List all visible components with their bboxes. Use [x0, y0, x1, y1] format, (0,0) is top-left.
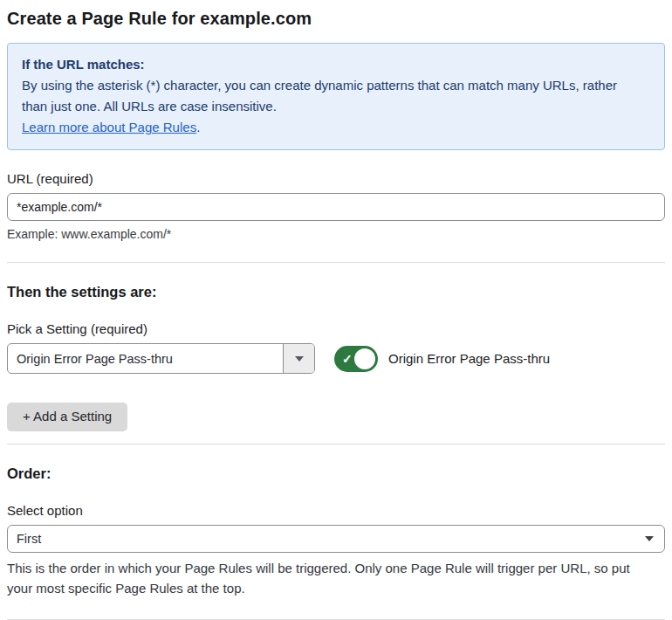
divider — [7, 262, 665, 263]
url-match-info-box: If the URL matches: By using the asteris… — [7, 43, 665, 150]
info-box-link-line: Learn more about Page Rules. — [22, 117, 650, 138]
learn-more-link[interactable]: Learn more about Page Rules — [22, 120, 196, 134]
order-description: This is the order in which your Page Rul… — [7, 558, 653, 598]
page-title: Create a Page Rule for example.com — [7, 9, 665, 29]
info-box-body: By using the asterisk (*) character, you… — [22, 75, 633, 117]
divider — [7, 619, 665, 620]
setting-select-arrow-button[interactable] — [283, 344, 314, 373]
order-select-label: Select option — [7, 503, 665, 518]
info-box-heading: If the URL matches: — [22, 54, 650, 75]
order-section-heading: Order: — [7, 465, 665, 482]
url-example-hint: Example: www.example.com/* — [7, 227, 665, 241]
toggle-knob — [354, 348, 375, 369]
url-input[interactable] — [7, 193, 665, 221]
divider — [7, 444, 665, 444]
chevron-down-icon — [645, 536, 654, 541]
pick-setting-label: Pick a Setting (required) — [7, 321, 665, 336]
setting-select[interactable]: Origin Error Page Pass-thru — [7, 343, 315, 374]
origin-error-toggle[interactable]: ✓ — [334, 346, 378, 372]
url-label: URL (required) — [7, 171, 665, 186]
order-select-value: First — [17, 532, 41, 546]
setting-picker-row: Origin Error Page Pass-thru ✓ Origin Err… — [7, 343, 665, 374]
link-period: . — [196, 120, 200, 134]
order-select[interactable]: First — [7, 525, 665, 553]
setting-select-value: Origin Error Page Pass-thru — [8, 344, 283, 373]
check-icon: ✓ — [342, 353, 353, 365]
toggle-label: Origin Error Page Pass-thru — [388, 351, 550, 366]
chevron-down-icon — [295, 356, 304, 362]
add-setting-button[interactable]: + Add a Setting — [7, 403, 127, 431]
settings-section-heading: Then the settings are: — [7, 284, 665, 300]
